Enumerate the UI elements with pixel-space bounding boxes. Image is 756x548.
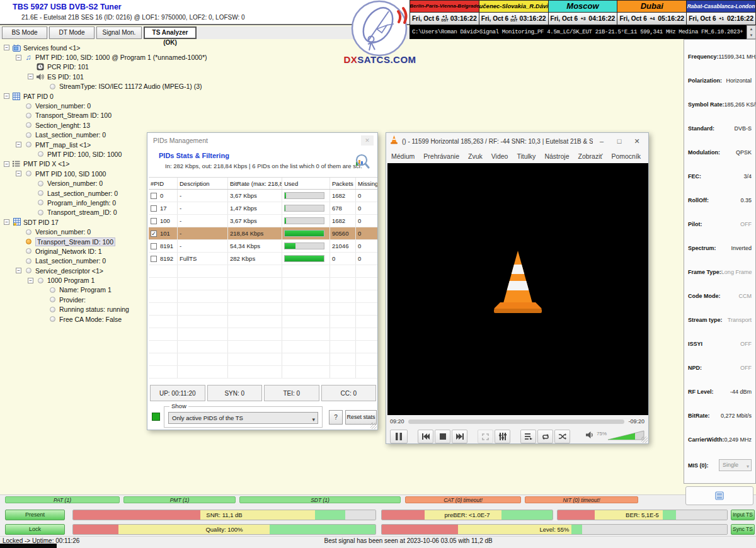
volume-area: 75% <box>586 430 644 443</box>
close-icon[interactable]: ✕ <box>361 135 374 146</box>
resize-grip[interactable] <box>370 423 377 429</box>
loop-button[interactable] <box>537 430 553 443</box>
help-button[interactable]: ? <box>329 410 343 425</box>
empty-row <box>149 341 377 353</box>
dxsatcs-logo: DXSATCS.COM <box>340 0 420 67</box>
previous-button[interactable] <box>418 430 433 443</box>
missing-cell: 0 <box>356 227 377 239</box>
clock-date: Fri, Oct 6 <box>689 15 716 22</box>
tuner-subtitle: 21.6E - Eutelsat 21B SES 16 (ID: 0216) @… <box>21 14 245 21</box>
stop-button[interactable] <box>435 430 450 443</box>
pid-checkbox[interactable] <box>151 256 157 262</box>
empty-row <box>149 316 377 328</box>
tree-item-label: Services found <1> <box>23 44 80 52</box>
tree-expander-icon[interactable]: − <box>16 55 21 60</box>
pid-checkbox[interactable]: ✓ <box>151 231 157 237</box>
menu-mdium[interactable]: Médium <box>391 152 415 160</box>
show-filter-select[interactable]: Only active PIDS of the TS ▾ <box>168 412 318 424</box>
tab-ts-analyzer-ok-[interactable]: TS Analyzer (OK) <box>144 26 197 39</box>
tree-item[interactable]: −Services found <1> <box>4 43 193 52</box>
next-button[interactable] <box>452 430 467 443</box>
tab-bs-mode[interactable]: BS Mode <box>2 26 47 39</box>
param-row: CarrierWidth:0,249 MHz <box>688 435 752 444</box>
menu-zvuk[interactable]: Zvuk <box>468 152 483 160</box>
search-stats-icon[interactable] <box>353 153 370 172</box>
column-header[interactable]: Missing <box>356 178 377 189</box>
menu-titulky[interactable]: Titulky <box>517 152 536 160</box>
tree-expander-icon[interactable]: − <box>28 278 33 283</box>
seek-slider[interactable] <box>408 420 625 424</box>
empty-row <box>149 265 377 278</box>
volume-slider[interactable] <box>608 430 644 443</box>
table-row[interactable]: 0-3,67 Kbps16820 <box>149 190 377 202</box>
close-icon[interactable]: ✕ <box>628 135 646 147</box>
menu-zobrazi[interactable]: Zobraziť <box>578 152 602 160</box>
tree-expander-icon[interactable]: − <box>16 171 21 176</box>
pid-checkbox[interactable] <box>151 193 157 199</box>
bullet-icon <box>48 296 57 304</box>
table-row[interactable]: 8191-54,34 Kbps210460 <box>149 240 377 253</box>
column-header[interactable]: Used <box>282 178 330 189</box>
menu-video[interactable]: Video <box>491 152 508 160</box>
tab-dt-mode[interactable]: DT Mode <box>49 26 94 39</box>
pid-checkbox[interactable] <box>151 205 157 212</box>
pause-button[interactable] <box>390 430 408 443</box>
vlc-video-area[interactable] <box>387 163 648 415</box>
used-bar <box>284 255 324 262</box>
speaker-icon[interactable] <box>586 430 594 442</box>
param-row: Code Mode:CCM <box>688 292 752 300</box>
resize-grip[interactable] <box>641 437 648 443</box>
table-row[interactable]: 100-3,67 Kbps16820 <box>149 215 377 227</box>
tree-item[interactable]: Transport_Stream ID: 100 <box>4 111 193 120</box>
clock-time-row: Fri, Oct 6+1DST03:16:22 <box>410 13 479 25</box>
menu-nstroje[interactable]: Nástroje <box>544 152 569 160</box>
tree-expander-icon[interactable]: − <box>4 45 9 50</box>
pid-checkbox[interactable] <box>151 243 157 249</box>
tree-item[interactable]: Version_number: 0 <box>4 101 193 110</box>
show-groupbox: Show Only active PIDS of the TS ▾ <box>164 406 323 428</box>
vlc-titlebar[interactable]: () - 11599 Horizontal 185,263 / RF: -44 … <box>386 133 648 149</box>
clock-date: Fri, Oct 6 <box>481 15 508 22</box>
used-cell <box>282 190 330 202</box>
table-row[interactable]: 8192FullTS282 Kbps00 <box>149 253 377 265</box>
tree-item[interactable]: PCR PID: 101 <box>4 62 193 72</box>
playlist-button[interactable] <box>520 430 536 443</box>
param-value: 0,249 MHz <box>724 437 752 443</box>
table-row[interactable]: ✓101-218,84 Kbps905600 <box>149 227 377 240</box>
table-row[interactable]: 17-1,47 Kbps6780 <box>149 202 377 215</box>
pid-checkbox[interactable] <box>151 218 157 224</box>
tree-expander-icon[interactable]: − <box>4 219 9 225</box>
tree-item[interactable]: StreamType: ISO/IEC 11172 Audio (MPEG-1)… <box>4 82 193 91</box>
shuffle-button[interactable] <box>554 430 570 443</box>
ts-list-button[interactable] <box>685 486 753 505</box>
tree-item[interactable]: −♫PMT PID: 100, SID: 1000 @ Program 1 (*… <box>4 52 193 62</box>
param-value: Horizontal <box>726 77 752 84</box>
pids-titlebar[interactable]: PIDs Management ✕ <box>147 133 377 148</box>
column-header[interactable]: Packets <box>330 178 356 189</box>
column-header[interactable]: #PID <box>149 178 178 189</box>
tree-item[interactable]: −ES PID: 101 <box>4 72 193 81</box>
clock-time-value: 02:16:22 <box>727 14 753 22</box>
tree-item[interactable]: −PAT PID 0 <box>4 91 193 101</box>
menu-pomocnk[interactable]: Pomocník <box>611 152 641 160</box>
tree-expander-icon[interactable]: − <box>4 93 9 99</box>
maximize-icon[interactable]: □ <box>610 135 628 147</box>
column-header[interactable]: BitRate (max: 218,84 Kb... <box>228 178 282 189</box>
mis-select[interactable]: Single ▾ <box>719 459 752 471</box>
tree-item-label: PMT PID 100, SID 1000 <box>35 170 106 178</box>
column-header[interactable]: Description <box>178 178 228 189</box>
tree-expander-icon[interactable]: − <box>16 142 21 147</box>
tree-expander-icon[interactable]: − <box>16 268 21 273</box>
preber-bar: preBER: <1.0E-7 <box>381 510 553 520</box>
menu-prehrvanie[interactable]: Prehrávanie <box>423 152 459 160</box>
tree-expander-icon[interactable]: − <box>28 74 33 79</box>
minimize-icon[interactable]: – <box>593 135 610 147</box>
fullscreen-button[interactable] <box>478 430 493 443</box>
tree-expander-icon[interactable]: − <box>4 161 9 167</box>
console-scrollbar[interactable]: ▲▼ <box>747 25 756 39</box>
tab-signal-mon-[interactable]: Signal Mon. <box>96 26 142 39</box>
equalizer-button[interactable] <box>495 430 510 443</box>
tree-item[interactable]: Section_lenght: 13 <box>4 120 193 130</box>
tree-item-label: Last_section_number: 0 <box>35 257 106 265</box>
vlc-cone-icon <box>390 135 398 147</box>
